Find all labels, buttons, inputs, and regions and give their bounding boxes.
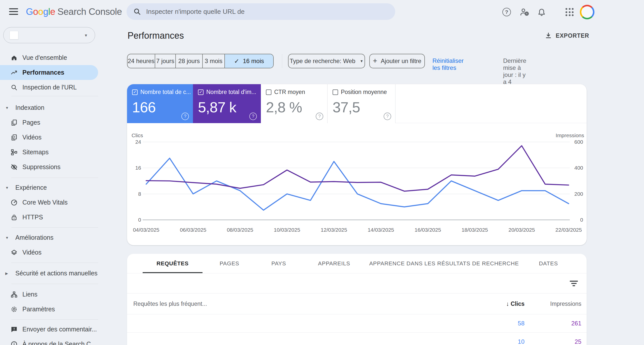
sidebar-nav: Vue d'ensemble Performances Inspection d… [0, 50, 98, 345]
product-name: Search Console [57, 7, 122, 17]
search-icon [133, 8, 141, 16]
chevron-down-icon: ▼ [5, 186, 10, 190]
sidebar-item-pages[interactable]: Pages [0, 115, 98, 130]
sidebar-divider [11, 263, 98, 263]
svg-text:16: 16 [135, 165, 141, 171]
url-inspection-search-bar[interactable] [127, 3, 395, 20]
download-icon [545, 32, 552, 39]
tab-pages[interactable]: PAGES [220, 254, 239, 273]
active-tab-indicator [143, 272, 203, 273]
tab-pays[interactable]: PAYS [271, 254, 286, 273]
sidebar-item-sitemaps[interactable]: Sitemaps [0, 145, 98, 160]
row-clics-value: 58 [487, 320, 525, 327]
dimension-tabs: REQUÊTES PAGES PAYS APPAREILS APPARENCE … [127, 254, 587, 273]
sidebar-item-core-web-vitals[interactable]: Core Web Vitals [0, 195, 98, 210]
table-row[interactable]: 10 25 [127, 333, 587, 345]
sidebar-divider [11, 319, 98, 320]
sidebar-item-enhancement-videos[interactable]: Vidéos [0, 245, 98, 260]
home-icon [10, 54, 18, 62]
help-icon[interactable]: ? [384, 113, 391, 120]
range-24h-button[interactable]: 24 heures [128, 54, 155, 68]
sidebar-section-security[interactable]: ▶ Sécurité et actions manuelles [0, 266, 98, 281]
links-icon [10, 291, 18, 298]
metric-card-position[interactable]: ✓Position moyenne 37,5 ? [328, 84, 395, 123]
sidebar-item-overview[interactable]: Vue d'ensemble [0, 50, 98, 65]
core-web-vitals-icon [10, 199, 18, 206]
help-icon[interactable]: ? [316, 113, 323, 120]
sidebar-item-url-inspection[interactable]: Inspection de l'URL [0, 80, 98, 95]
sidebar-item-settings[interactable]: Paramètres [0, 302, 98, 317]
add-filter-button[interactable]: +Ajouter un filtre [369, 54, 425, 68]
svg-text:24: 24 [135, 139, 141, 145]
row-impressions-value: 25 [525, 338, 581, 345]
sidebar-divider [11, 227, 98, 228]
tab-appareils[interactable]: APPAREILS [318, 254, 350, 273]
range-3m-button[interactable]: 3 mois [202, 54, 224, 68]
check-icon: ✓ [234, 58, 239, 65]
queries-column-header[interactable]: Requêtes les plus fréquent... [133, 301, 487, 307]
property-selector[interactable]: ▼ [3, 27, 95, 43]
svg-text:16/03/2025: 16/03/2025 [415, 227, 441, 233]
sidebar-item-links[interactable]: Liens [0, 287, 98, 302]
sidebar-section-experience[interactable]: ▼ Expérience [0, 180, 98, 195]
metric-card-impressions[interactable]: ✓Nombre total d'im... 5,87 k ? [193, 84, 261, 123]
sidebar-item-https[interactable]: HTTPS [0, 210, 98, 225]
sidebar-item-videos[interactable]: Vidéos [0, 130, 98, 145]
range-28d-button[interactable]: 28 jours [175, 54, 202, 68]
tab-apparence[interactable]: APPARENCE DANS LES RÉSULTATS DE RECHERCH… [369, 254, 519, 273]
chevron-down-icon: ▼ [5, 106, 10, 110]
sidebar-item-about[interactable]: À propos de la Search C... [0, 337, 98, 345]
row-clics-value: 10 [487, 338, 525, 345]
svg-text:14/03/2025: 14/03/2025 [368, 227, 394, 233]
table-header: Requêtes les plus fréquent... ↓Clics Imp… [127, 293, 587, 314]
sidebar-item-feedback[interactable]: Envoyer des commentair... [0, 322, 98, 337]
performance-panel: ✓Nombre total de c... 166 ? ✓Nombre tota… [127, 84, 587, 245]
export-button[interactable]: EXPORTER [545, 32, 589, 39]
sidebar-item-performances[interactable]: Performances [0, 65, 98, 80]
svg-text:400: 400 [574, 165, 583, 171]
impressions-column-header[interactable]: Impressions [525, 301, 581, 307]
checkbox-checked-icon[interactable]: ✓ [198, 89, 204, 95]
plus-icon: + [373, 57, 377, 65]
chevron-right-icon: ▶ [5, 271, 10, 275]
checkbox-unchecked-icon[interactable]: ✓ [333, 89, 338, 95]
account-avatar[interactable] [580, 5, 594, 19]
checkbox-checked-icon[interactable]: ✓ [132, 89, 138, 95]
dimensions-panel: REQUÊTES PAGES PAYS APPAREILS APPARENCE … [127, 254, 587, 345]
sidebar-section-ameliorations[interactable]: ▼ Améliorations [0, 230, 98, 245]
notifications-icon[interactable] [536, 7, 547, 18]
pages-icon [10, 119, 18, 126]
svg-text:20/03/2025: 20/03/2025 [508, 227, 535, 233]
manage-users-icon[interactable] [519, 7, 530, 18]
help-icon[interactable]: ? [181, 113, 189, 120]
range-16m-button[interactable]: ✓16 mois [224, 54, 273, 68]
menu-icon[interactable] [9, 8, 18, 15]
top-bar: GoogleSearch Console ? [0, 0, 644, 24]
performance-chart[interactable]: 246001640082000004/03/202506/03/202508/0… [127, 123, 587, 245]
help-icon[interactable]: ? [249, 113, 257, 120]
sort-desc-icon: ↓ [506, 300, 509, 307]
sidebar-section-indexation[interactable]: ▼ Indexation [0, 100, 98, 115]
metric-card-clicks[interactable]: ✓Nombre total de c... 166 ? [127, 84, 193, 123]
sidebar-item-removals[interactable]: Suppressions [0, 160, 98, 174]
filter-list-icon[interactable] [570, 281, 578, 286]
search-input[interactable] [146, 8, 368, 16]
checkbox-unchecked-icon[interactable]: ✓ [266, 89, 271, 95]
range-7d-button[interactable]: 7 jours [155, 54, 175, 68]
https-lock-icon [10, 214, 18, 221]
chevron-down-icon: ▼ [84, 33, 88, 37]
reset-filters-link[interactable]: Réinitialiser les filtres [432, 57, 464, 71]
svg-text:18/03/2025: 18/03/2025 [462, 227, 488, 233]
metric-card-ctr[interactable]: ✓CTR moyen 2,8 % ? [261, 84, 328, 123]
clics-column-header[interactable]: ↓Clics [487, 300, 525, 307]
tab-requetes[interactable]: REQUÊTES [156, 254, 188, 273]
sidebar-divider [11, 178, 98, 178]
help-icon[interactable]: ? [501, 7, 512, 18]
table-row[interactable]: 58 261 [127, 314, 587, 333]
app-logo[interactable]: GoogleSearch Console [26, 7, 122, 17]
tab-dates[interactable]: DATES [539, 254, 558, 273]
table-toolbar [127, 273, 587, 293]
site-favicon [10, 31, 18, 39]
search-type-dropdown[interactable]: Type de recherche: Web▼ [288, 54, 365, 68]
apps-grid-icon[interactable] [564, 7, 575, 18]
